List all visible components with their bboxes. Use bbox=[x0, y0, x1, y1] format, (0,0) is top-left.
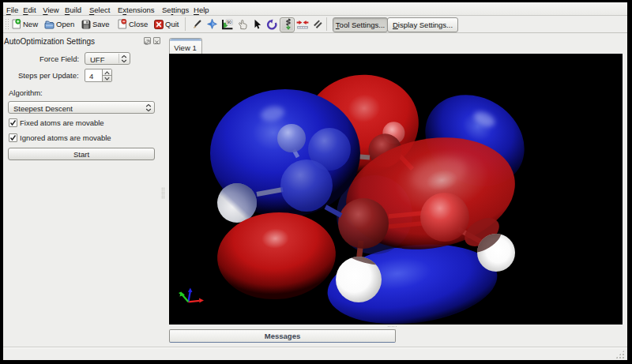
svg-text:90: 90 bbox=[226, 20, 231, 24]
